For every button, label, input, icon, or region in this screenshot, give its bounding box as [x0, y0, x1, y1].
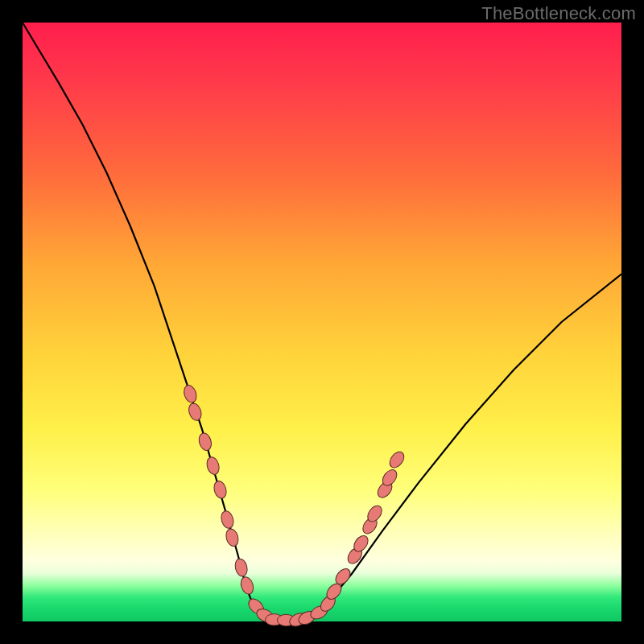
curve-marker	[205, 456, 221, 476]
curve-marker	[197, 431, 213, 452]
watermark-text: TheBottleneck.com	[481, 3, 636, 24]
curve-marker	[219, 510, 235, 530]
curve-marker	[187, 402, 204, 422]
curve-marker	[233, 558, 249, 578]
curve-svg	[23, 23, 621, 621]
bottleneck-curve	[23, 23, 621, 621]
curve-marker	[213, 480, 229, 500]
curve-marker	[239, 576, 256, 596]
chart-frame: TheBottleneck.com	[0, 0, 644, 644]
curve-marker	[224, 527, 240, 547]
curve-marker	[182, 384, 199, 404]
plot-area	[23, 23, 621, 621]
curve-marker	[387, 449, 407, 470]
marker-group	[182, 384, 407, 630]
